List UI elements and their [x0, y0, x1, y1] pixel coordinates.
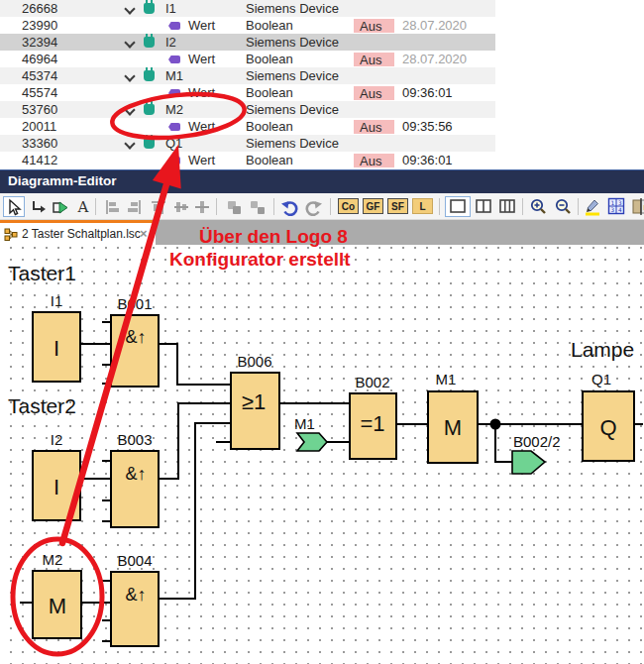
select-tool-button[interactable] — [3, 196, 25, 217]
table-row[interactable]: 45574 Wert Boolean Aus 09:36:01 — [0, 84, 495, 101]
table-row[interactable]: 41412 Wert Boolean Aus 09:36:01 — [0, 152, 495, 168]
toolbar-separator — [273, 198, 274, 215]
svg-text:I: I — [54, 475, 59, 499]
block-b002[interactable]: B002 =1 — [350, 374, 396, 459]
single-pane-view-button[interactable] — [445, 196, 471, 217]
block-m1[interactable]: M1 M — [428, 371, 478, 463]
toolbar-separator — [330, 198, 331, 215]
split-reference-icon: I — [632, 197, 644, 216]
m1-flag-marker[interactable]: M1 — [294, 415, 327, 451]
highlight-button[interactable] — [582, 196, 603, 217]
svg-text:B004: B004 — [117, 552, 152, 569]
table-row[interactable]: 23990 Wert Boolean Aus 28.07.2020 — [0, 17, 495, 34]
align-top-button[interactable] — [148, 196, 169, 217]
distribute-button[interactable] — [191, 196, 213, 217]
chevron-down-icon[interactable] — [125, 71, 134, 80]
redo-button[interactable] — [302, 196, 324, 217]
diagram-canvas[interactable]: Taster1 Taster2 Lampe I1 I B001 &↑ I2 I — [0, 245, 644, 664]
svg-text:=1: =1 — [360, 411, 384, 436]
table-row[interactable]: 45374 M1 Siemens Device — [0, 67, 495, 84]
b002-reference-marker[interactable]: B002/2 — [512, 433, 561, 474]
row-id: 32394 — [22, 35, 57, 50]
block-i2[interactable]: I2 I — [33, 431, 80, 520]
tab-close-icon[interactable]: × — [140, 226, 148, 241]
text-tool-button[interactable]: A — [72, 196, 94, 217]
svg-text:M1: M1 — [436, 371, 457, 387]
two-pane-view-button[interactable] — [473, 196, 494, 217]
table-row[interactable]: 20011 Wert Boolean Aus 09:35:56 — [0, 118, 495, 135]
zoom-in-button[interactable] — [527, 196, 549, 217]
tab-schaltplan[interactable]: 2 Taster Schaltplan.lsc × — [0, 220, 156, 245]
row-name: Wert — [188, 18, 215, 33]
row-id: 46964 — [22, 52, 57, 66]
svg-text:B001: B001 — [117, 295, 152, 312]
block-b001[interactable]: B001 &↑ — [111, 295, 159, 387]
device-icon — [144, 70, 155, 81]
align-left-button[interactable] — [101, 196, 123, 217]
l-button[interactable]: L — [412, 198, 433, 214]
zoom-in-icon — [529, 197, 548, 216]
svg-text:1: 1 — [610, 199, 614, 206]
timestamp: 09:35:56 — [402, 119, 453, 134]
block-m2[interactable]: M2 M — [33, 551, 81, 638]
flag-tool-button[interactable] — [50, 196, 71, 217]
chevron-down-icon[interactable] — [125, 38, 134, 47]
highlighter-pen-icon — [584, 197, 602, 216]
toolbar-separator — [95, 198, 96, 215]
ungroup-icon — [249, 198, 267, 216]
three-pane-view-button[interactable] — [496, 196, 518, 217]
svg-text:B002: B002 — [355, 374, 389, 390]
status-badge: Aus — [354, 120, 394, 134]
sf-special-functions-button[interactable]: SF — [387, 198, 408, 214]
svg-text:I2: I2 — [51, 431, 63, 448]
device-icon — [144, 37, 155, 48]
toolbar-separator — [216, 198, 217, 215]
status-badge: Aus — [354, 19, 394, 33]
block-b004[interactable]: B004 &↑ — [111, 552, 159, 646]
table-row[interactable]: 33360 Q1 Siemens Device — [0, 135, 495, 152]
svg-text:I1: I1 — [51, 292, 63, 309]
align-top-icon — [150, 198, 167, 216]
table-row[interactable]: 53760 M2 Siemens Device — [0, 101, 495, 118]
align-right-icon — [126, 198, 144, 216]
connector-tool-button[interactable] — [28, 196, 50, 217]
group-button[interactable] — [223, 196, 245, 217]
timestamp: 28.07.2020 — [402, 18, 467, 33]
row-type: Boolean — [246, 85, 293, 100]
panel-title: Diagramm-Editor — [8, 173, 117, 188]
label-taster1: Taster1 — [8, 262, 76, 284]
chevron-down-icon[interactable] — [125, 139, 134, 148]
zoom-out-button[interactable] — [552, 196, 574, 217]
ungroup-button[interactable] — [247, 196, 268, 217]
block-b003[interactable]: B003 &↑ — [111, 431, 159, 527]
table-row[interactable]: 26668 I1 Siemens Device — [0, 0, 495, 17]
signal-table: 26668 I1 Siemens Device 23990 Wert Boole… — [0, 0, 644, 169]
gf-basic-functions-button[interactable]: GF — [363, 198, 383, 214]
row-type: Boolean — [246, 153, 293, 167]
table-row-selected[interactable]: 32394 I2 Siemens Device — [0, 34, 495, 51]
toolbar-separator — [578, 198, 579, 215]
row-name: M2 — [165, 102, 183, 117]
align-right-button[interactable] — [124, 196, 146, 217]
timestamp: 28.07.2020 — [402, 52, 467, 66]
co-connectors-button[interactable]: Co — [338, 198, 359, 214]
undo-button[interactable] — [278, 196, 300, 217]
row-type: Boolean — [246, 119, 293, 134]
label-lampe: Lampe — [571, 338, 634, 361]
align-middle-button[interactable] — [170, 196, 192, 217]
block-q1[interactable]: Q1 Q — [583, 371, 634, 461]
svg-text:B006: B006 — [237, 353, 271, 370]
row-name: Wert — [188, 85, 215, 100]
parameter-grid-button[interactable]: 1 3 3 4 — [605, 196, 627, 217]
block-i1[interactable]: I1 I — [33, 292, 80, 382]
chevron-down-icon[interactable] — [125, 4, 134, 13]
tab-label: 2 Taster Schaltplan.lsc — [22, 227, 141, 241]
split-reference-button[interactable]: I — [630, 196, 644, 217]
toolbar-separator — [522, 198, 523, 215]
flag-icon — [52, 198, 69, 216]
block-b006[interactable]: B006 ≥1 — [231, 353, 279, 449]
row-type: Boolean — [246, 18, 293, 33]
chevron-down-icon[interactable] — [125, 105, 134, 114]
row-id: 33360 — [22, 136, 57, 151]
table-row[interactable]: 46964 Wert Boolean Aus 28.07.2020 — [0, 51, 495, 67]
